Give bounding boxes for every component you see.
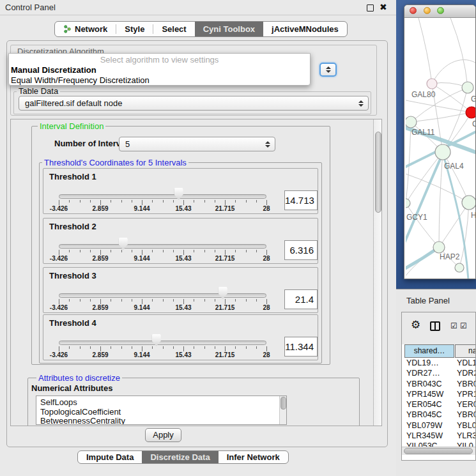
- table-row[interactable]: YBL079WYBL0: [402, 420, 475, 431]
- split-columns-icon[interactable]: [430, 321, 440, 331]
- table-row[interactable]: YBR045CYBR0: [402, 410, 475, 420]
- node-label-gal80: GAL80: [411, 90, 436, 99]
- select-all-checkbox-icon[interactable]: ☑: [450, 321, 457, 330]
- zoom-traffic-light-icon[interactable]: [437, 7, 444, 14]
- table-data-combobox[interactable]: galFiltered.sif default node: [19, 96, 369, 111]
- table-header-row: shared… name: [402, 344, 476, 358]
- list-item-betweennesscentrality[interactable]: BetweennessCentrality: [36, 417, 286, 425]
- network-node-hap2[interactable]: [433, 242, 445, 253]
- slider-tick: [69, 299, 70, 302]
- table-row[interactable]: YER054CYER0: [402, 399, 475, 410]
- number-of-intervals-value: 5: [125, 139, 130, 149]
- table-horizontal-scrollbar[interactable]: [402, 447, 475, 455]
- slider-tick-label: 9.144: [134, 255, 150, 262]
- list-item-topologicalcoefficient[interactable]: TopologicalCoefficient: [36, 408, 286, 417]
- threshold-3-value-field[interactable]: 21.4: [284, 289, 318, 309]
- threshold-4-value-field[interactable]: 11.344: [284, 337, 318, 357]
- tab-select[interactable]: Select: [153, 22, 194, 36]
- minimize-traffic-light-icon[interactable]: [424, 7, 431, 14]
- slider-tick-label: -3.426: [50, 255, 68, 262]
- column-header-name[interactable]: name: [455, 344, 476, 358]
- slider-tick: [90, 346, 91, 349]
- number-of-intervals-combobox[interactable]: 5: [119, 137, 275, 151]
- slider-tick: [235, 200, 236, 203]
- node-label-gal11: GAL11: [411, 128, 435, 137]
- list-item-selfloops[interactable]: SelfLoops: [36, 396, 286, 408]
- attributes-list-scrollbar[interactable]: [279, 396, 286, 424]
- scrollbar-thumb[interactable]: [375, 132, 381, 213]
- slider-tick-label: 2.859: [92, 304, 108, 311]
- slider-tick: [132, 346, 132, 349]
- slider-tick: [266, 346, 267, 351]
- threshold-2-slider-track[interactable]: [59, 244, 266, 249]
- threshold-4-label: Threshold 4: [49, 318, 96, 328]
- network-node-gcy1[interactable]: [406, 199, 410, 208]
- slider-tick: [111, 250, 111, 252]
- table-row[interactable]: YLR345WYLR3: [402, 431, 475, 441]
- slider-tick-label: -3.426: [50, 205, 68, 212]
- slider-tick: [142, 200, 142, 205]
- table-row[interactable]: YDR27…YDR2: [402, 368, 475, 378]
- network-node[interactable]: [462, 82, 473, 93]
- table-body: YDL19…YDL1 YDR27…YDR2 YBR043CYBR0 YPR145…: [402, 358, 475, 447]
- slider-tick: [256, 299, 257, 302]
- unselect-all-checkbox-icon[interactable]: ☑: [460, 321, 467, 330]
- threshold-row-3: Threshold 3 -3.4262.8599.14415.4321.7152…: [43, 267, 318, 313]
- slider-tick-label: 28: [263, 304, 270, 311]
- slider-tick-label: 15.43: [175, 304, 191, 311]
- table-panel-title: Table Panel: [406, 296, 450, 305]
- tab-discretize-data[interactable]: Discretize Data: [142, 451, 218, 463]
- slider-tick: [215, 299, 215, 302]
- network-canvas[interactable]: GAL80 GAL11 GAL4 GCY1 HAP2 H C GA: [406, 18, 475, 279]
- slider-tick-label: 15.43: [175, 205, 191, 212]
- threshold-2-value-field[interactable]: 6.316: [284, 240, 318, 260]
- slider-tick: [111, 299, 111, 302]
- table-row[interactable]: YPR145WYPR1: [402, 389, 475, 399]
- threshold-4-slider-track[interactable]: [59, 341, 266, 345]
- network-node[interactable]: [462, 196, 475, 210]
- network-node[interactable]: [455, 263, 464, 272]
- algorithm-dropdown-popup: Select algorithm to view settings Manual…: [8, 53, 311, 86]
- algorithm-combobox-fragment[interactable]: [319, 63, 337, 77]
- scrollbar-thumb[interactable]: [280, 397, 286, 410]
- slider-tick: [173, 200, 174, 203]
- tab-style[interactable]: Style: [116, 22, 153, 36]
- network-node-gal11[interactable]: [406, 116, 417, 128]
- table-row[interactable]: YDL19…YDL1: [402, 358, 475, 368]
- slider-tick: [215, 250, 215, 252]
- control-panel-titlebar: Control Panel ✖: [0, 0, 396, 15]
- network-node-gal80[interactable]: [427, 79, 437, 89]
- tab-network[interactable]: Network: [55, 22, 116, 36]
- network-node-selected[interactable]: [466, 107, 475, 118]
- apply-button[interactable]: Apply: [145, 428, 181, 442]
- option-manual-discretization[interactable]: Manual Discretization: [11, 65, 96, 75]
- table-row[interactable]: YBR043CYBR0: [402, 379, 475, 389]
- threshold-1-slider-track[interactable]: [59, 194, 266, 199]
- cell: YDL1: [457, 358, 475, 367]
- network-node-gal4[interactable]: [435, 144, 450, 160]
- close-icon[interactable]: ✖: [380, 2, 387, 12]
- close-traffic-light-icon[interactable]: [410, 7, 417, 14]
- cell: YIL053C: [406, 441, 438, 447]
- slider-tick: [183, 299, 184, 304]
- slider-tick: [183, 250, 184, 255]
- slider-tick-label: 2.859: [92, 205, 108, 212]
- combo-stepper-icon: [326, 66, 331, 73]
- gear-icon[interactable]: ⚙: [411, 318, 420, 331]
- slider-tick: [183, 346, 184, 351]
- threshold-3-slider-track[interactable]: [59, 293, 266, 298]
- column-header-shared-name[interactable]: shared…: [404, 344, 454, 358]
- table-row[interactable]: YIL053CYIL0: [402, 441, 475, 447]
- settings-vertical-scrollbar[interactable]: [373, 119, 382, 426]
- option-equal-width-frequency[interactable]: Equal Width/Frequency Discretization: [11, 75, 150, 85]
- network-window-titlebar[interactable]: [404, 5, 475, 18]
- threshold-1-value-field[interactable]: 14.713: [284, 190, 318, 210]
- float-window-icon[interactable]: [367, 4, 374, 12]
- tab-impute-data[interactable]: Impute Data: [78, 451, 142, 463]
- slider-tick: [100, 250, 101, 255]
- cell: YBR043C: [406, 380, 442, 388]
- tab-infer-network[interactable]: Infer Network: [219, 451, 288, 463]
- scrollbar-thumb[interactable]: [404, 448, 473, 454]
- tab-cyni-toolbox[interactable]: Cyni Toolbox: [195, 22, 263, 36]
- tab-jactivemnodules[interactable]: jActiveMNodules: [263, 22, 347, 36]
